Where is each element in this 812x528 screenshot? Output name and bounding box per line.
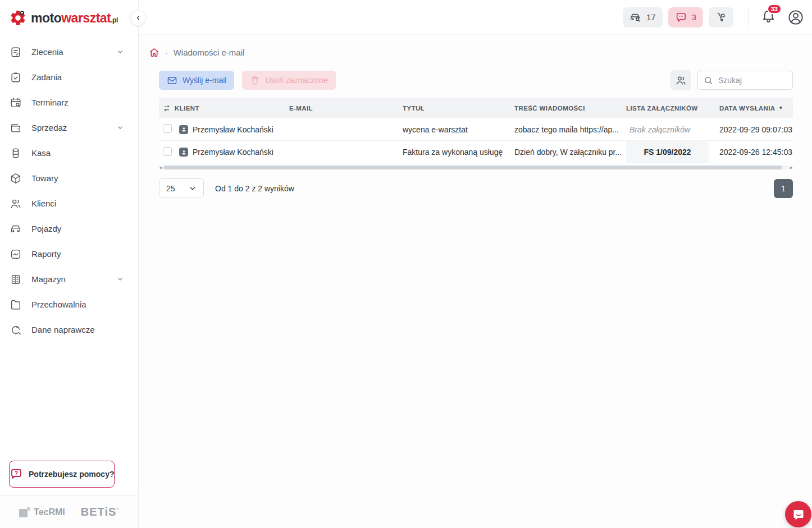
help-button[interactable]: ? Potrzebujesz pomocy? [9, 461, 115, 488]
car-search-icon [629, 11, 642, 24]
attachments-cell: Brak załączników [626, 125, 711, 134]
sidebar-item-terminarz[interactable]: Terminarz [0, 90, 138, 115]
vehicles-in-service-button[interactable]: 17 [623, 7, 663, 27]
chevron-down-icon [113, 124, 127, 131]
sidebar: motowarsztat.pl Zlecenia Zadania Termina… [0, 0, 139, 528]
notifications-badge: 33 [767, 4, 782, 14]
users-icon [9, 198, 22, 210]
delete-selected-button[interactable]: Usuń zaznaczone [242, 71, 335, 90]
col-header-email[interactable]: E-MAIL [289, 105, 403, 112]
sidebar-item-kasa[interactable]: Kasa [0, 140, 138, 166]
users-icon [675, 75, 687, 86]
messages-button[interactable]: 3 [668, 7, 703, 27]
col-header-tytul[interactable]: TYTUŁ [403, 105, 514, 112]
col-header-klient[interactable]: KLIENT [175, 105, 289, 112]
col-header-zalaczniki[interactable]: LISTA ZAŁĄCZNIKÓW [626, 105, 711, 112]
sent-date-cell: 2022-09-29 09:07:03 [711, 125, 793, 134]
clipboard-check-icon [9, 71, 22, 84]
sidebar-item-pojazdy[interactable]: Pojazdy [0, 216, 138, 241]
cash-register-icon [9, 147, 22, 159]
toolbar: Wyślij e-mail Usuń zaznaczone [159, 70, 793, 90]
sidebar-item-label: Pojazdy [31, 224, 127, 233]
tecrmi-logo: TecRMI [19, 507, 65, 517]
sidebar-item-dane-naprawcze[interactable]: Dane naprawcze [0, 317, 138, 342]
table-row[interactable]: Przemysław Kochański wycena e-warsztat z… [159, 118, 793, 141]
envelope-icon [167, 75, 177, 86]
warehouse-icon [9, 273, 22, 286]
row-checkbox[interactable] [163, 124, 172, 133]
brand-wordmark: motowarsztat.pl [31, 11, 118, 26]
partner-logos: TecRMI BETiS° [0, 495, 138, 528]
clipboard-list-icon [9, 46, 22, 58]
sidebar-collapse-button[interactable] [130, 10, 146, 26]
sidebar-item-zadania[interactable]: Zadania [0, 65, 138, 90]
page-title: Wiadomości e-mail [174, 48, 245, 57]
title-cell: wycena e-warsztat [403, 125, 514, 134]
sidebar-item-raporty[interactable]: Raporty [0, 241, 138, 267]
scroll-right-arrow[interactable]: ▶ [790, 166, 793, 169]
scrollbar-thumb[interactable] [163, 166, 782, 169]
vehicles-count: 17 [646, 12, 656, 22]
horizontal-scrollbar[interactable]: ◀ ▶ [159, 165, 793, 170]
recipients-button[interactable] [670, 70, 691, 90]
search-box [697, 71, 793, 90]
notifications-bell[interactable]: 33 [761, 8, 776, 26]
results-summary: Od 1 do 2 z 2 wyników [215, 184, 294, 193]
live-chat-fab[interactable] [785, 501, 811, 527]
topbar: 17 3 33 [139, 0, 812, 35]
scroll-left-arrow[interactable]: ◀ [159, 166, 162, 169]
folder-icon [9, 299, 22, 311]
sent-date-cell: 2022-09-26 12:45:03 [711, 148, 793, 157]
table-row[interactable]: Przemysław Kochański Faktura za wykonaną… [159, 141, 793, 163]
handtruck-button[interactable] [709, 7, 733, 27]
sidebar-item-sprzedaz[interactable]: Sprzedaż [0, 115, 138, 140]
package-icon [9, 172, 22, 185]
svg-text:?: ? [15, 470, 18, 476]
home-icon[interactable] [149, 47, 159, 58]
sidebar-item-magazyn[interactable]: Magazyn [0, 267, 138, 292]
app-root: motowarsztat.pl Zlecenia Zadania Termina… [0, 0, 812, 528]
sidebar-item-klienci[interactable]: Klienci [0, 191, 138, 216]
wallet-icon [9, 122, 22, 134]
client-name: Przemysław Kochański [193, 148, 273, 157]
messages-count: 3 [692, 12, 696, 22]
sidebar-item-label: Kasa [31, 148, 127, 158]
report-chart-icon [9, 248, 22, 260]
tecrmi-mark-icon [19, 507, 30, 517]
col-header-data-wyslania[interactable]: DATA WYSŁANIA ▼ [711, 105, 793, 112]
sidebar-item-label: Klienci [31, 199, 127, 208]
sidebar-item-zlecenia[interactable]: Zlecenia [0, 39, 138, 65]
sidebar-item-label: Terminarz [31, 98, 127, 107]
sidebar-item-przechowalnia[interactable]: Przechowalnia [0, 292, 138, 317]
refresh-column-icon[interactable] [159, 104, 175, 113]
client-badge-icon [179, 148, 188, 157]
sidebar-item-towary[interactable]: Towary [0, 166, 138, 191]
breadcrumb-separator: · [165, 48, 168, 57]
search-icon [704, 76, 713, 85]
message-body-cell: Dzień dobry, W załączniku pr... [514, 148, 626, 157]
user-avatar-button[interactable] [787, 9, 804, 26]
message-body-cell: zobacz tego maila https://ap... [514, 125, 626, 134]
sidebar-item-label: Zadania [31, 72, 127, 82]
sidebar-item-label: Zlecenia [31, 47, 104, 57]
page-1-button[interactable]: 1 [774, 179, 793, 198]
betis-logo: BETiS° [81, 506, 119, 518]
sidebar-item-label: Przechowalnia [31, 300, 127, 309]
car-icon [9, 223, 22, 235]
client-badge-icon [179, 125, 188, 134]
attachment-chip[interactable]: FS 1/09/2022 [626, 141, 709, 163]
send-email-button[interactable]: Wyślij e-mail [159, 71, 234, 90]
per-page-value: 25 [166, 184, 175, 193]
help-chat-icon: ? [10, 467, 23, 481]
delete-selected-label: Usuń zaznaczone [265, 76, 327, 85]
sidebar-item-label: Magazyn [31, 274, 104, 284]
col-header-tresc[interactable]: TREŚĆ WIADOMOŚCI [514, 105, 626, 112]
row-checkbox[interactable] [163, 147, 172, 156]
table-header-row: KLIENT E-MAIL TYTUŁ TREŚĆ WIADOMOŚCI LIS… [159, 98, 793, 118]
per-page-select[interactable]: 25 [159, 178, 204, 198]
brand-logo[interactable]: motowarsztat.pl [0, 0, 138, 29]
content: Wyślij e-mail Usuń zaznaczone [139, 58, 812, 198]
tecrmi-label: TecRMI [34, 507, 65, 517]
sidebar-bottom: ? Potrzebujesz pomocy? TecRMI BETiS° [0, 461, 138, 528]
handtruck-icon [715, 12, 727, 23]
